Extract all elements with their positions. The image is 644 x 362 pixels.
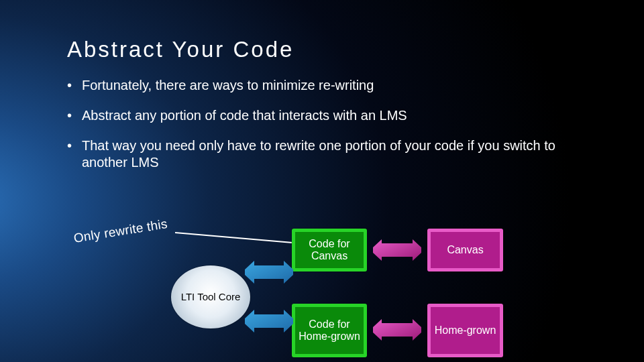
slide: Abstract Your Code Fortunately, there ar… bbox=[0, 0, 644, 362]
bullet-item: Abstract any portion of code that intera… bbox=[67, 107, 577, 124]
bullet-item: That way you need only have to rewrite o… bbox=[67, 137, 577, 171]
bullet-list: Fortunately, there are ways to minimize … bbox=[67, 77, 590, 171]
bullet-item: Fortunately, there are ways to minimize … bbox=[67, 77, 577, 94]
slide-title: Abstract Your Code bbox=[67, 37, 590, 62]
